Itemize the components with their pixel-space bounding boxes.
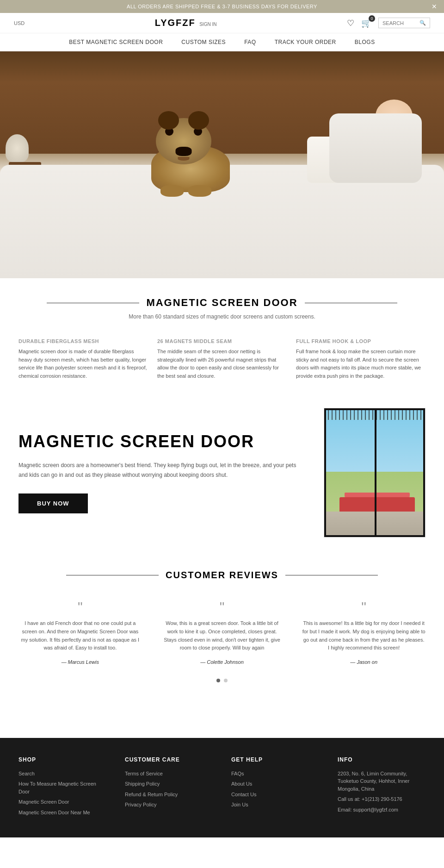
feature-3-desc: Full frame hook & loop make the screen c… xyxy=(296,348,426,380)
feature-2: 26 MAGNETS MIDDLE SEAM The middle seam o… xyxy=(157,338,287,380)
product-section: MAGNETIC SCREEN DOOR Magnetic screen doo… xyxy=(0,394,444,551)
footer-link-faqs[interactable]: FAQs xyxy=(231,770,319,778)
footer-link-magnetic-near-me[interactable]: Magnetic Screen Door Near Me xyxy=(18,809,106,817)
nav-item-custom-sizes[interactable]: CUSTOM SIZES xyxy=(181,39,226,45)
review-3-author: — Jason on xyxy=(302,659,426,665)
search-icon[interactable]: 🔍 xyxy=(419,20,426,26)
product-info: MAGNETIC SCREEN DOOR Magnetic screen doo… xyxy=(18,432,305,513)
feature-2-desc: The middle seam of the screen door netti… xyxy=(157,348,287,380)
cart-badge: 0 xyxy=(369,15,375,22)
feature-3-title: FULL FRAME HOOK & LOOP xyxy=(296,338,426,344)
close-announcement-button[interactable]: ✕ xyxy=(432,3,438,10)
logo[interactable]: LYGFZF xyxy=(155,18,196,28)
review-2: " Wow, this is a great screen door. Took… xyxy=(156,594,289,669)
reviews-section: CUSTOMER REVIEWS " I have an old French … xyxy=(0,551,444,700)
footer-link-magnetic-door[interactable]: Magnetic Screen Door xyxy=(18,798,106,806)
nav-item-best-magnetic[interactable]: BEST MAGNETIC SCREEN DOOR xyxy=(69,39,163,45)
footer-link-about[interactable]: About Us xyxy=(231,780,319,788)
footer-get-help: GET HELP FAQs About Us Contact Us Join U… xyxy=(231,756,319,819)
search-input[interactable] xyxy=(382,20,419,26)
main-nav: BEST MAGNETIC SCREEN DOOR CUSTOM SIZES F… xyxy=(0,33,444,51)
announcement-bar: ALL ORDERS ARE SHIPPED FREE & 3-7 BUSINE… xyxy=(0,0,444,13)
nav-item-blogs[interactable]: BLOGS xyxy=(355,39,375,45)
dot-2[interactable] xyxy=(224,679,228,682)
review-3-text: This is awesome! Its a little big for my… xyxy=(302,619,426,652)
cart-icon[interactable]: 🛒 0 xyxy=(361,18,371,28)
review-2-text: Wow, this is a great screen door. Took a… xyxy=(160,619,284,652)
reviews-title: CUSTOMER REVIEWS xyxy=(166,570,278,581)
footer-customer-care: CUSTOMER CARE Terms of Service Shipping … xyxy=(125,756,213,819)
currency-selector[interactable]: USD xyxy=(14,20,25,26)
footer-link-contact[interactable]: Contact Us xyxy=(231,791,319,799)
magnetic-section-subtitle: More than 60 standard sizes of magnetic … xyxy=(9,313,435,320)
quote-mark-2: " xyxy=(160,599,284,615)
review-1-author: — Marcus Lewis xyxy=(18,659,142,665)
footer-link-shipping[interactable]: Shipping Policy xyxy=(125,780,213,788)
magnetic-section-heading: MAGNETIC SCREEN DOOR More than 60 standa… xyxy=(0,278,444,329)
header: USD LYGFZF SIGN IN ♡ 🛒 0 🔍 xyxy=(0,13,444,33)
wishlist-icon[interactable]: ♡ xyxy=(347,18,354,28)
footer-address: 2203, No. 6, Limin Community, Tuoketuo C… xyxy=(338,770,426,793)
quote-mark-1: " xyxy=(18,599,142,615)
footer-link-privacy[interactable]: Privacy Policy xyxy=(125,801,213,809)
feature-1-desc: Magnetic screen door is made of durable … xyxy=(18,348,148,380)
footer: SHOP Search How To Measure Magnetic Scre… xyxy=(0,738,444,838)
footer-link-search[interactable]: Search xyxy=(18,770,106,778)
header-actions: ♡ 🛒 0 🔍 xyxy=(347,18,430,28)
product-description: Magnetic screen doors are a homeowner's … xyxy=(18,461,305,480)
review-3: " This is awesome! Its a little big for … xyxy=(297,594,430,669)
dot-1[interactable] xyxy=(216,679,220,682)
features-row: DURABLE FIBERGLASS MESH Magnetic screen … xyxy=(0,329,444,394)
carousel-dots xyxy=(14,679,430,682)
feature-1: DURABLE FIBERGLASS MESH Magnetic screen … xyxy=(18,338,148,380)
review-2-author: — Colette Johnson xyxy=(160,659,284,665)
magnetic-section-title: MAGNETIC SCREEN DOOR xyxy=(146,297,297,309)
nav-item-track-order[interactable]: TRACK YOUR ORDER xyxy=(275,39,336,45)
footer-email: Email: support@lygfzf.com xyxy=(338,806,426,814)
footer-get-help-title: GET HELP xyxy=(231,756,319,763)
feature-2-title: 26 MAGNETS MIDDLE SEAM xyxy=(157,338,287,344)
logo-area: LYGFZF SIGN IN xyxy=(155,18,217,28)
footer-customer-care-title: CUSTOMER CARE xyxy=(125,756,213,763)
footer-link-how-to-measure[interactable]: How To Measure Magnetic Screen Door xyxy=(18,780,106,795)
footer-info-title: INFO xyxy=(338,756,426,763)
signin-link[interactable]: SIGN IN xyxy=(199,22,216,27)
footer-link-refund[interactable]: Refund & Return Policy xyxy=(125,791,213,799)
quote-mark-3: " xyxy=(302,599,426,615)
footer-shop: SHOP Search How To Measure Magnetic Scre… xyxy=(18,756,106,819)
feature-1-title: DURABLE FIBERGLASS MESH xyxy=(18,338,148,344)
footer-info: INFO 2203, No. 6, Limin Community, Tuoke… xyxy=(338,756,426,819)
feature-3: FULL FRAME HOOK & LOOP Full frame hook &… xyxy=(296,338,426,380)
footer-link-terms[interactable]: Terms of Service xyxy=(125,770,213,778)
nav-item-faq[interactable]: FAQ xyxy=(244,39,256,45)
product-image xyxy=(324,408,426,537)
review-1: " I have an old French door that no one … xyxy=(14,594,147,669)
product-title: MAGNETIC SCREEN DOOR xyxy=(18,432,305,451)
search-box[interactable]: 🔍 xyxy=(378,18,430,28)
footer-phone: Call us at: +1(213) 290-5176 xyxy=(338,795,426,803)
reviews-grid: " I have an old French door that no one … xyxy=(14,594,430,669)
review-1-text: I have an old French door that no one co… xyxy=(18,619,142,652)
footer-link-join[interactable]: Join Us xyxy=(231,801,319,809)
buy-now-button[interactable]: BUY NOW xyxy=(18,493,88,513)
footer-shop-title: SHOP xyxy=(18,756,106,763)
announcement-text: ALL ORDERS ARE SHIPPED FREE & 3-7 BUSINE… xyxy=(127,4,317,9)
hero-banner xyxy=(0,51,444,278)
